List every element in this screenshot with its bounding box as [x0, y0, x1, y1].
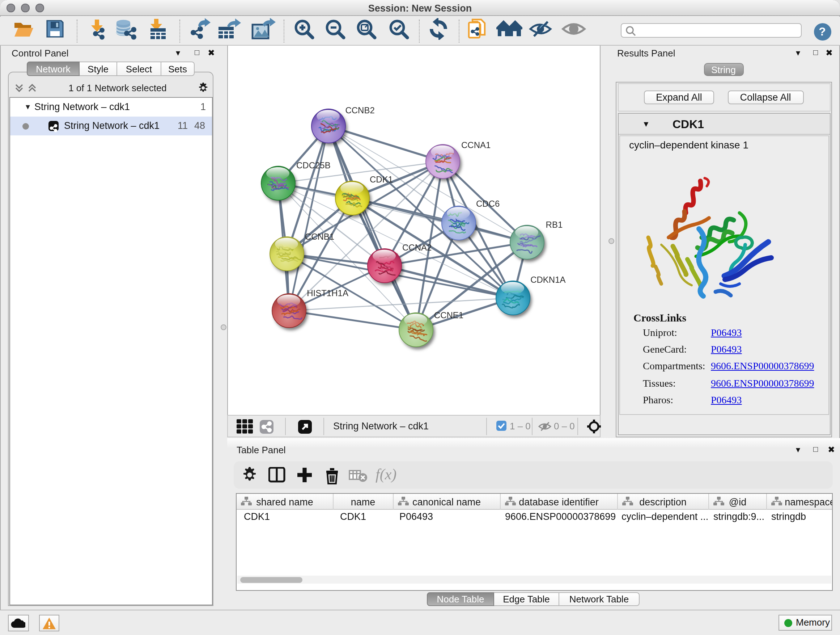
svg-text:HIST1H1A: HIST1H1A	[306, 288, 348, 298]
svg-text:CCNA1: CCNA1	[461, 140, 490, 149]
svg-text:CDKN1A: CDKN1A	[530, 274, 565, 284]
svg-text:CCNB2: CCNB2	[345, 105, 374, 115]
svg-text:CDK1: CDK1	[369, 174, 393, 184]
svg-text:CDC6: CDC6	[476, 198, 499, 208]
svg-text:RB1: RB1	[546, 219, 562, 229]
svg-text:CCNB1: CCNB1	[305, 231, 334, 241]
svg-text:CDC25B: CDC25B	[296, 160, 330, 170]
svg-text:CCNE1: CCNE1	[434, 310, 463, 320]
svg-text:CCNA2: CCNA2	[402, 242, 431, 252]
